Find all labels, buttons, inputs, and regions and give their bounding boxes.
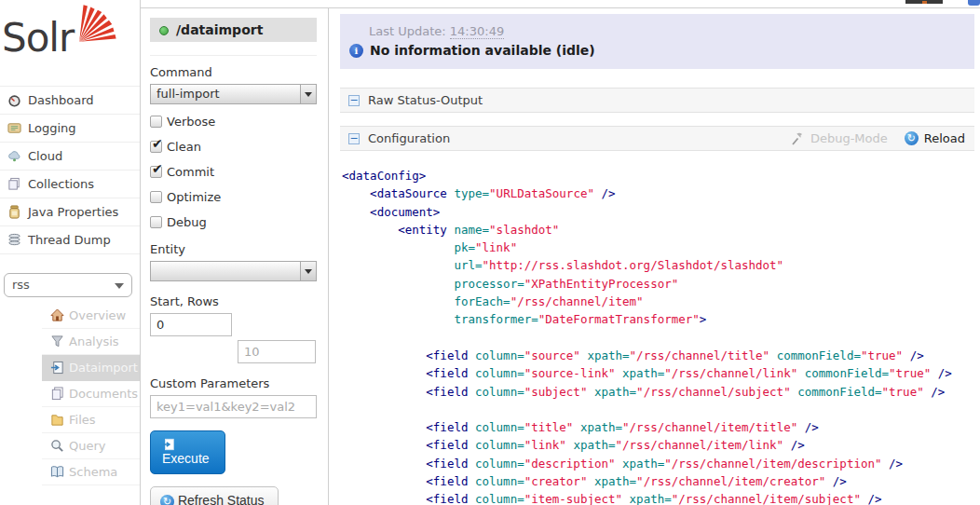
sidebar-item-cloud[interactable]: Cloud bbox=[0, 143, 140, 171]
debug-checkbox[interactable] bbox=[150, 216, 162, 228]
section-configuration[interactable]: − Configuration Debug-Mode ↻ Reload bbox=[340, 126, 974, 151]
core-nav-label: Schema bbox=[69, 465, 117, 479]
sidebar-item-collections[interactable]: Collections bbox=[0, 171, 140, 198]
commit-checkbox[interactable] bbox=[150, 166, 162, 178]
collapse-icon[interactable]: − bbox=[348, 133, 360, 144]
sidebar-item-java-properties[interactable]: Java Properties bbox=[0, 198, 140, 226]
core-nav: Overview Analysis Dataimport Documents bbox=[42, 303, 140, 485]
status-dot-icon bbox=[159, 26, 169, 35]
checkbox-label: Commit bbox=[167, 165, 214, 179]
code-line: <field column="creator" xpath="/rss/chan… bbox=[342, 472, 974, 490]
code-line: <field column="title" xpath="/rss/channe… bbox=[342, 418, 974, 436]
refresh-button-label: Refresh Status bbox=[178, 493, 265, 505]
logging-icon bbox=[7, 121, 21, 135]
checkbox-row-optimize[interactable]: Optimize bbox=[150, 190, 317, 205]
verbose-checkbox[interactable] bbox=[150, 116, 162, 128]
main-nav: Dashboard Logging Cloud Collections bbox=[0, 86, 140, 254]
execute-icon bbox=[162, 438, 210, 451]
browser-artifact-chip bbox=[968, 0, 980, 6]
dashboard-icon bbox=[7, 93, 21, 107]
custom-parameters-input[interactable] bbox=[150, 395, 317, 418]
divider bbox=[150, 55, 317, 56]
java-properties-icon bbox=[7, 205, 21, 219]
debug-mode-button[interactable]: Debug-Mode bbox=[790, 131, 888, 146]
select-arrow-icon[interactable] bbox=[300, 262, 316, 280]
entity-select[interactable] bbox=[150, 261, 317, 281]
reload-icon: ↻ bbox=[905, 131, 919, 145]
start-rows-label: Start, Rows bbox=[150, 294, 317, 308]
sidebar-item-label: Thread Dump bbox=[28, 233, 111, 247]
dataconfig-code: <dataConfig> <dataSource type="URLDataSo… bbox=[342, 167, 974, 505]
search-icon bbox=[50, 439, 64, 453]
code-line: <field column="source-link" xpath="/rss/… bbox=[342, 364, 974, 382]
code-line: <document> bbox=[342, 203, 974, 221]
status-message-line: i No information available (idle) bbox=[349, 43, 965, 58]
info-icon: i bbox=[349, 44, 363, 58]
reload-button[interactable]: ↻ Reload bbox=[905, 131, 965, 145]
core-nav-item-schema[interactable]: Schema bbox=[42, 459, 140, 485]
sidebar-item-logging[interactable]: Logging bbox=[0, 115, 140, 143]
collections-icon bbox=[7, 177, 21, 191]
sidebar-item-label: Dashboard bbox=[28, 93, 94, 107]
core-nav-item-analysis[interactable]: Analysis bbox=[42, 329, 140, 355]
core-nav-item-overview[interactable]: Overview bbox=[42, 303, 140, 329]
select-arrow-icon[interactable] bbox=[300, 85, 316, 103]
code-line: <entity name="slashdot" bbox=[342, 221, 974, 239]
code-line: pk="link" bbox=[342, 239, 974, 256]
core-selector-dropdown[interactable]: rss bbox=[4, 273, 132, 297]
core-nav-item-query[interactable]: Query bbox=[42, 433, 140, 459]
core-nav-label: Analysis bbox=[69, 334, 119, 348]
core-selector-value: rss bbox=[12, 278, 30, 292]
solr-logo-text: Solr bbox=[2, 15, 74, 61]
clean-checkbox[interactable] bbox=[150, 141, 162, 153]
optimize-checkbox[interactable] bbox=[150, 191, 162, 203]
sidebar-item-label: Cloud bbox=[28, 149, 62, 163]
code-line: <field column="link" xpath="/rss/channel… bbox=[342, 436, 974, 454]
code-line: <dataConfig> bbox=[342, 167, 974, 184]
collapse-icon[interactable]: − bbox=[348, 95, 360, 106]
last-update: Last Update: 14:30:49 bbox=[349, 24, 965, 38]
sidebar-item-dashboard[interactable]: Dashboard bbox=[0, 87, 140, 115]
core-nav-item-documents[interactable]: Documents bbox=[42, 381, 140, 407]
checkbox-row-commit[interactable]: Commit bbox=[150, 165, 317, 180]
execute-button[interactable]: Execute bbox=[150, 430, 225, 474]
rows-input[interactable] bbox=[238, 340, 316, 363]
core-nav-item-files[interactable]: Files bbox=[42, 407, 140, 433]
command-label: Command bbox=[150, 65, 317, 79]
documents-icon bbox=[50, 387, 64, 401]
checkbox-row-verbose[interactable]: Verbose bbox=[150, 115, 317, 130]
main-area: Last Update: 14:30:49 i No information a… bbox=[328, 8, 980, 505]
core-nav-label: Files bbox=[69, 413, 96, 427]
code-line: url="http://rss.slashdot.org/Slashdot/sl… bbox=[342, 256, 974, 274]
status-info-box: Last Update: 14:30:49 i No information a… bbox=[340, 14, 974, 69]
start-input[interactable] bbox=[150, 313, 232, 336]
solr-logo[interactable]: Solr bbox=[0, 0, 140, 86]
last-update-label: Last Update: bbox=[369, 24, 446, 38]
code-line: transformer="DateFormatTransformer"> bbox=[342, 310, 974, 328]
handler-title: /dataimport bbox=[176, 22, 263, 37]
entity-label: Entity bbox=[150, 242, 317, 256]
command-select[interactable]: full-import bbox=[150, 84, 317, 104]
checkbox-row-clean[interactable]: Clean bbox=[150, 140, 317, 155]
core-nav-item-dataimport[interactable]: Dataimport bbox=[42, 355, 140, 381]
sidebar-item-label: Java Properties bbox=[28, 205, 118, 219]
custom-parameters-label: Custom Parameters bbox=[150, 376, 317, 390]
reload-label: Reload bbox=[924, 131, 965, 145]
code-line: <field column="item-subject" xpath="/rss… bbox=[342, 490, 974, 505]
code-line bbox=[342, 329, 974, 347]
files-icon bbox=[50, 413, 64, 427]
status-message: No information available (idle) bbox=[370, 43, 595, 58]
checkbox-row-debug[interactable]: Debug bbox=[150, 215, 317, 230]
refresh-status-button[interactable]: ↻ Refresh Status bbox=[150, 486, 279, 505]
content-area: /dataimport Command full-import Verbose … bbox=[141, 7, 980, 505]
checkbox-label: Verbose bbox=[167, 115, 215, 129]
checkbox-label: Clean bbox=[167, 140, 201, 154]
section-raw-status-output[interactable]: − Raw Status-Output bbox=[340, 88, 974, 113]
chevron-down-icon bbox=[115, 283, 124, 289]
section-toolbar: Debug-Mode ↻ Reload bbox=[790, 131, 965, 146]
code-line: <field column="subject" xpath="/rss/chan… bbox=[342, 383, 974, 401]
refresh-icon: ↻ bbox=[160, 495, 174, 505]
code-line: <field column="description" xpath="/rss/… bbox=[342, 455, 974, 472]
core-nav-label: Query bbox=[69, 439, 106, 453]
sidebar-item-thread-dump[interactable]: Thread Dump bbox=[0, 226, 140, 254]
